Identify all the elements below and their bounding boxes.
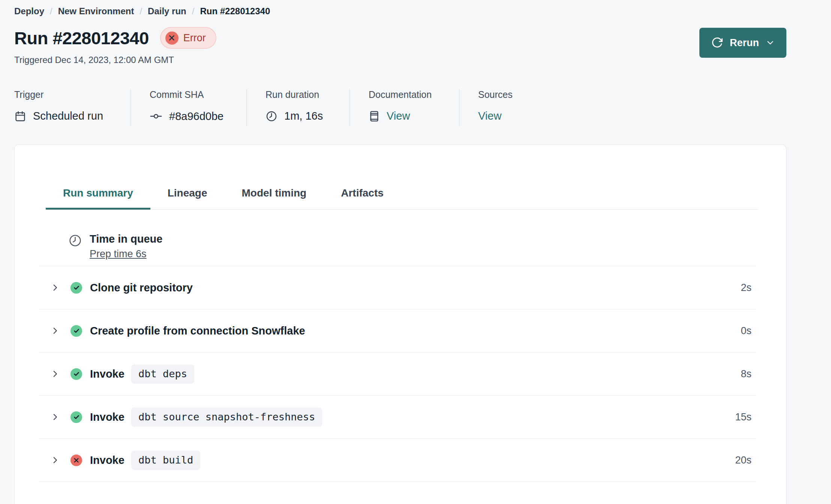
- time-in-queue-section: Time in queue Prep time 6s: [39, 210, 756, 266]
- step-title: Invoke: [90, 368, 124, 380]
- page-title: Run #228012340: [14, 28, 149, 48]
- meta-label: Documentation: [369, 89, 459, 100]
- meta-documentation: Documentation View: [350, 89, 459, 126]
- refresh-icon: [711, 36, 723, 49]
- documentation-view-link[interactable]: View: [387, 110, 410, 122]
- success-check-icon: [70, 282, 82, 294]
- clock-icon: [266, 110, 278, 122]
- docs-icon: [369, 110, 380, 122]
- triggered-timestamp: Triggered Dec 14, 2023, 12:00 AM GMT: [14, 55, 216, 65]
- tab-model-timing[interactable]: Model timing: [225, 187, 324, 209]
- title-wrap: Run #228012340 Error: [14, 27, 216, 49]
- meta-commit-sha: Commit SHA #8a96d0be: [131, 89, 247, 126]
- step-list: Clone git repository 2s: [39, 266, 756, 482]
- step-title: Invoke: [90, 454, 124, 466]
- error-x-icon: [70, 454, 82, 466]
- tab-bar: Run summary Lineage Model timing Artifac…: [46, 187, 758, 210]
- step-duration: 0s: [741, 325, 752, 337]
- breadcrumb-link[interactable]: New Environment: [58, 6, 134, 16]
- breadcrumb-link[interactable]: Daily run: [148, 6, 186, 16]
- step-duration: 2s: [741, 282, 752, 294]
- step-duration: 15s: [735, 411, 752, 423]
- rerun-button[interactable]: Rerun: [699, 28, 786, 58]
- step-command-chip: dbt build: [131, 451, 200, 470]
- step-duration: 8s: [741, 368, 752, 380]
- queue-title: Time in queue: [90, 233, 162, 245]
- chevron-right-icon[interactable]: [50, 326, 60, 336]
- prep-time-link[interactable]: Prep time 6s: [90, 248, 147, 260]
- calendar-icon: [14, 110, 26, 122]
- commit-sha-value: #8a96d0be: [169, 110, 224, 123]
- chevron-right-icon[interactable]: [50, 412, 60, 422]
- meta-label: Run duration: [266, 89, 350, 100]
- breadcrumb-link[interactable]: Deploy: [14, 6, 44, 16]
- meta-sources: Sources View: [459, 89, 513, 126]
- trigger-value: Scheduled run: [33, 110, 103, 122]
- step-duration: 20s: [735, 454, 752, 466]
- step-command-chip: dbt source snapshot-freshness: [131, 408, 322, 427]
- step-title: Create profile from connection Snowflake: [90, 325, 305, 337]
- page-header: Run #228012340 Error Triggered Dec 14, 2…: [14, 27, 831, 65]
- sources-view-link[interactable]: View: [478, 110, 501, 122]
- breadcrumb-group: Daily run /: [148, 6, 194, 16]
- chevron-right-icon[interactable]: [50, 455, 60, 465]
- commit-icon: [150, 110, 162, 123]
- breadcrumb-separator: /: [192, 6, 195, 16]
- tab-lineage[interactable]: Lineage: [150, 187, 225, 209]
- success-check-icon: [70, 411, 82, 423]
- step-row[interactable]: Invoke dbt deps 8s: [39, 352, 756, 396]
- step-title: Clone git repository: [90, 282, 193, 294]
- meta-label: Commit SHA: [150, 89, 246, 100]
- meta-run-duration: Run duration 1m, 16s: [247, 89, 350, 126]
- header-left: Run #228012340 Error Triggered Dec 14, 2…: [14, 27, 216, 65]
- rerun-button-label: Rerun: [730, 37, 759, 49]
- step-row[interactable]: Clone git repository 2s: [39, 266, 756, 309]
- breadcrumb-group: Deploy /: [14, 6, 52, 16]
- step-title: Invoke: [90, 411, 124, 423]
- chevron-right-icon[interactable]: [50, 283, 60, 292]
- breadcrumb-separator: /: [140, 6, 142, 16]
- breadcrumb-separator: /: [50, 6, 52, 16]
- success-check-icon: [70, 368, 82, 380]
- step-command-chip: dbt deps: [131, 364, 194, 384]
- breadcrumb-current: Run #228012340: [200, 6, 270, 16]
- queue-texts: Time in queue Prep time 6s: [90, 233, 162, 260]
- status-badge-label: Error: [183, 32, 206, 44]
- step-row[interactable]: Create profile from connection Snowflake…: [39, 309, 756, 352]
- status-badge: Error: [160, 27, 216, 49]
- tab-run-summary[interactable]: Run summary: [46, 187, 150, 209]
- run-summary-card: Run summary Lineage Model timing Artifac…: [14, 144, 786, 504]
- breadcrumb-group: New Environment /: [58, 6, 142, 16]
- meta-trigger: Trigger Scheduled run: [14, 89, 131, 126]
- step-row[interactable]: Invoke dbt build 20s: [39, 439, 756, 482]
- success-check-icon: [70, 325, 82, 337]
- clock-icon: [68, 233, 82, 248]
- run-duration-value: 1m, 16s: [284, 110, 323, 122]
- meta-label: Trigger: [14, 89, 130, 100]
- step-row[interactable]: Invoke dbt source snapshot-freshness 15s: [39, 396, 756, 439]
- meta-label: Sources: [478, 89, 513, 100]
- run-meta-row: Trigger Scheduled run Commit SHA #8a96d0…: [14, 89, 831, 126]
- chevron-down-icon: [765, 38, 775, 48]
- tab-artifacts[interactable]: Artifacts: [324, 187, 401, 209]
- error-x-icon: [165, 32, 178, 45]
- chevron-right-icon[interactable]: [50, 369, 60, 379]
- breadcrumb: Deploy / New Environment / Daily run / R…: [14, 6, 831, 16]
